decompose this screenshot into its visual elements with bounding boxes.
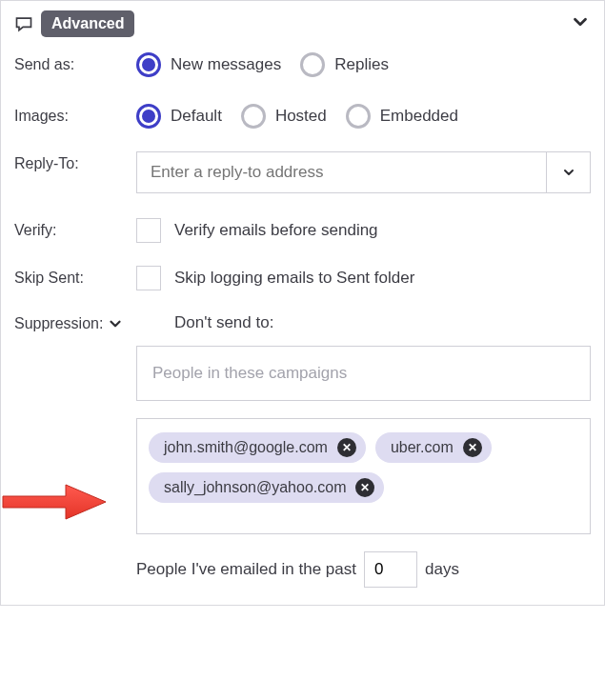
send-as-label: Send as: xyxy=(14,52,136,73)
suppression-days-prefix: People I've emailed in the past xyxy=(136,560,356,579)
suppression-chip: uber.com✕ xyxy=(375,432,492,463)
annotation-arrow xyxy=(0,479,110,529)
radio-label: Hosted xyxy=(275,107,327,126)
skip-sent-checkbox[interactable] xyxy=(136,266,161,290)
panel-title-badge: Advanced xyxy=(41,10,134,37)
verify-label: Verify: xyxy=(14,218,136,239)
images-radio-group: DefaultHostedEmbedded xyxy=(136,104,591,129)
images-option-2[interactable]: Embedded xyxy=(346,104,458,129)
radio-icon xyxy=(241,104,266,129)
skip-sent-label: Skip Sent: xyxy=(14,266,136,287)
suppression-label: Suppression: xyxy=(14,313,136,332)
suppression-emails-input[interactable]: john.smith@google.com✕uber.com✕sally_joh… xyxy=(136,418,591,534)
images-option-1[interactable]: Hosted xyxy=(241,104,327,129)
suppression-expand-icon[interactable] xyxy=(107,315,124,332)
send-as-radio-group: New messagesReplies xyxy=(136,52,591,77)
reply-to-label: Reply-To: xyxy=(14,151,136,172)
images-label: Images: xyxy=(14,104,136,125)
chip-text: sally_johnson@yahoo.com xyxy=(164,479,346,496)
suppression-campaigns-placeholder: People in these campaigns xyxy=(152,364,347,383)
verify-text: Verify emails before sending xyxy=(174,221,378,240)
comment-icon xyxy=(14,14,33,33)
radio-label: Embedded xyxy=(380,107,458,126)
suppression-days-input[interactable] xyxy=(364,551,417,588)
chip-remove-icon[interactable]: ✕ xyxy=(337,438,356,457)
panel-header: Advanced xyxy=(14,10,591,37)
suppression-intro: Don't send to: xyxy=(174,313,591,332)
chip-remove-icon[interactable]: ✕ xyxy=(355,478,374,497)
radio-icon xyxy=(300,52,325,77)
radio-icon xyxy=(136,52,161,77)
chip-remove-icon[interactable]: ✕ xyxy=(463,438,482,457)
advanced-panel: Advanced Send as: New messagesReplies Im… xyxy=(0,0,605,606)
chip-text: john.smith@google.com xyxy=(164,439,328,456)
collapse-toggle[interactable] xyxy=(570,11,591,36)
send-as-option-0[interactable]: New messages xyxy=(136,52,281,77)
radio-icon xyxy=(136,104,161,129)
skip-sent-text: Skip logging emails to Sent folder xyxy=(174,269,414,288)
suppression-campaigns-input[interactable]: People in these campaigns xyxy=(136,346,591,401)
suppression-chip: john.smith@google.com✕ xyxy=(149,432,366,463)
reply-to-dropdown-toggle[interactable] xyxy=(547,151,591,193)
verify-checkbox[interactable] xyxy=(136,218,161,243)
radio-label: Default xyxy=(171,107,222,126)
radio-label: New messages xyxy=(171,55,281,74)
suppression-chip: sally_johnson@yahoo.com✕ xyxy=(149,472,384,503)
reply-to-input[interactable] xyxy=(136,151,547,193)
chip-text: uber.com xyxy=(391,439,454,456)
images-option-0[interactable]: Default xyxy=(136,104,222,129)
radio-icon xyxy=(346,104,371,129)
send-as-option-1[interactable]: Replies xyxy=(300,52,389,77)
radio-label: Replies xyxy=(334,55,389,74)
suppression-days-suffix: days xyxy=(425,560,459,579)
